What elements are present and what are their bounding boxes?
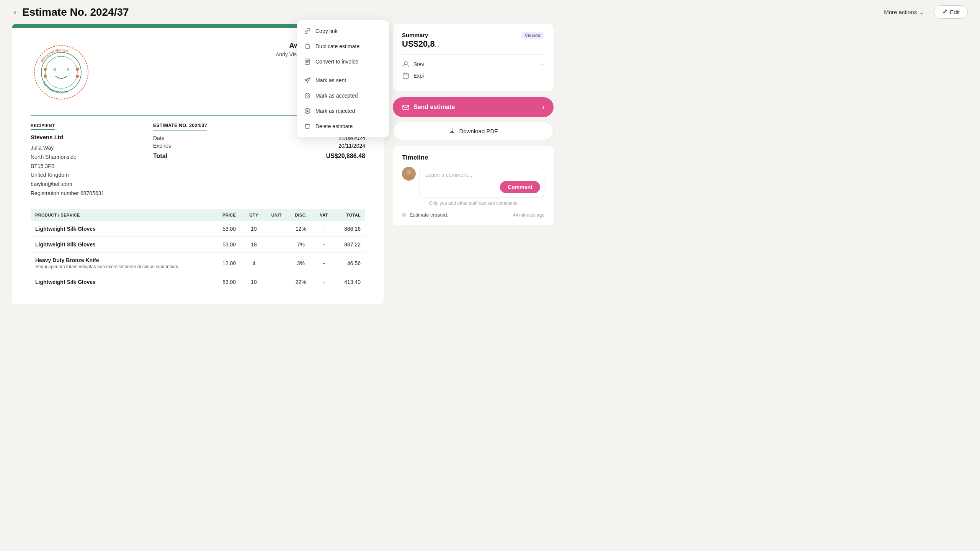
- comment-button[interactable]: Comment: [500, 181, 540, 193]
- cell-vat: -: [314, 221, 335, 237]
- svg-point-2: [45, 56, 77, 88]
- svg-point-7: [44, 75, 47, 78]
- svg-rect-13: [306, 45, 309, 49]
- cell-total: 46.56: [334, 252, 365, 274]
- calendar-icon: [402, 72, 410, 80]
- page-header: ‹ Estimate No. 2024/37 More actions ⌄ Ed…: [0, 0, 980, 24]
- cell-unit: [265, 236, 288, 252]
- col-qty: QTY: [243, 209, 265, 221]
- cell-price: 53.00: [216, 236, 243, 252]
- dropdown-item-duplicate-estimate[interactable]: Duplicate estimate: [297, 39, 389, 54]
- dropdown-item-label: Duplicate estimate: [315, 43, 359, 49]
- send-estimate-button[interactable]: Send estimate ›: [393, 97, 554, 117]
- dropdown-item-mark-as-accepted[interactable]: Mark as accepted: [297, 88, 389, 103]
- viewed-badge: Viewed: [521, 32, 544, 39]
- comment-note: Only you and other staff can see comment…: [402, 201, 544, 206]
- total-label: Total: [153, 153, 167, 160]
- table-row: Heavy Duty Bronze Knife Sequi aperiam to…: [31, 252, 365, 274]
- summary-amount: US$20,8...: [402, 39, 439, 49]
- person-label: Stev: [413, 61, 424, 67]
- cell-disc: 3%: [288, 252, 314, 274]
- cell-qty: 4: [243, 252, 265, 274]
- cell-unit: [265, 252, 288, 274]
- cell-disc: 12%: [288, 221, 314, 237]
- estimate-number-label: ESTIMATE NO. 2024/37: [153, 123, 207, 130]
- cell-price: 12.00: [216, 252, 243, 274]
- date-label: Date: [153, 135, 165, 141]
- table-row: Lightweight Silk Gloves 53.00 19 12% - 8…: [31, 221, 365, 237]
- more-actions-button[interactable]: More actions ⌄: [879, 6, 929, 19]
- timeline-entry-text: Estimate created.: [410, 212, 448, 218]
- dropdown-menu: Copy link Duplicate estimate Convert to …: [297, 20, 389, 137]
- duplicate-icon: [304, 43, 311, 50]
- cell-disc: 22%: [288, 274, 314, 290]
- download-icon: [449, 127, 456, 134]
- timeline-section: Timeline Leave a comment... Comment Only…: [393, 146, 554, 225]
- expires-value: 20/11/2024: [338, 143, 365, 149]
- estimate-fields: Date 21/09/2024 Expires 20/11/2024 Total…: [153, 135, 365, 160]
- svg-text:o: o: [53, 66, 56, 72]
- edit-label: Edit: [950, 9, 960, 15]
- cell-vat: -: [314, 274, 335, 290]
- dropdown-item-mark-as-rejected[interactable]: Mark as rejected: [297, 103, 389, 119]
- arrow-icon: →: [537, 60, 544, 68]
- svg-rect-17: [403, 105, 409, 109]
- col-total: TOTAL: [334, 209, 365, 221]
- svg-point-19: [407, 170, 411, 174]
- summary-person-row: Stev →: [402, 60, 544, 68]
- comment-area: Leave a comment... Comment: [402, 167, 544, 197]
- recipient-label: RECIPIENT: [31, 123, 55, 130]
- table-header: PRODUCT / SERVICE PRICE QTY UNIT DISC. V…: [31, 209, 365, 221]
- estimate-expires-row: Expires 20/11/2024: [153, 143, 365, 149]
- items-table: PRODUCT / SERVICE PRICE QTY UNIT DISC. V…: [31, 209, 365, 290]
- cell-unit: [265, 221, 288, 237]
- dropdown-item-copy-link[interactable]: Copy link: [297, 23, 389, 39]
- comment-box: Leave a comment... Comment: [420, 167, 544, 197]
- summary-card: Summary US$20,8... Viewed Stev → Expi: [393, 24, 554, 91]
- dropdown-item-delete-estimate[interactable]: Delete estimate: [297, 119, 389, 134]
- back-button[interactable]: ‹: [12, 7, 18, 18]
- col-product: PRODUCT / SERVICE: [31, 209, 216, 221]
- cell-product: Lightweight Silk Gloves: [31, 236, 216, 252]
- recipient-name: Stevens Ltd: [31, 134, 130, 140]
- address-line3: BT15 3FB: [31, 162, 130, 171]
- dropdown-item-label: Convert to invoice: [315, 59, 358, 65]
- chevron-down-icon: ⌄: [919, 9, 924, 16]
- recipient-details: Julia Way North Shannonside BT15 3FB Uni…: [31, 143, 130, 198]
- email: btaylor@bell.com: [31, 180, 130, 189]
- dropdown-item-mark-as-sent[interactable]: Mark as sent: [297, 73, 389, 88]
- dropdown-item-label: Mark as sent: [315, 77, 346, 83]
- col-vat: VAT: [314, 209, 335, 221]
- svg-text:x: x: [67, 66, 69, 72]
- svg-point-8: [76, 75, 79, 78]
- edit-button[interactable]: Edit: [934, 5, 968, 19]
- cell-vat: -: [314, 236, 335, 252]
- summary-divider: [402, 54, 544, 55]
- comment-placeholder: Leave a comment...: [425, 172, 539, 178]
- avatar: [402, 167, 416, 181]
- cell-total: 886.16: [334, 221, 365, 237]
- cell-qty: 19: [243, 221, 265, 237]
- right-panel: Summary US$20,8... Viewed Stev → Expi Co…: [393, 24, 554, 225]
- rejected-icon: [304, 108, 311, 114]
- svg-point-15: [305, 93, 310, 98]
- country: United Kingdom: [31, 171, 130, 180]
- dropdown-item-convert-to-invoice[interactable]: Convert to invoice: [297, 54, 389, 69]
- cell-total: 887.22: [334, 236, 365, 252]
- svg-point-5: [44, 68, 47, 71]
- expiry-label: Expi: [413, 73, 424, 79]
- address-line1: Julia Way: [31, 143, 130, 153]
- svg-rect-12: [403, 73, 408, 78]
- download-pdf-button[interactable]: Download PDF: [393, 122, 554, 140]
- total-value: US$20,886.48: [326, 153, 365, 160]
- delete-icon: [304, 123, 311, 130]
- timeline-title: Timeline: [402, 154, 544, 161]
- dropdown-item-label: Delete estimate: [315, 123, 353, 129]
- summary-title: Summary: [402, 32, 439, 38]
- envelope-icon: [402, 103, 410, 111]
- cell-price: 53.00: [216, 221, 243, 237]
- svg-point-6: [76, 68, 79, 71]
- link-icon: [304, 28, 311, 34]
- cell-disc: 7%: [288, 236, 314, 252]
- total-row: Total US$20,886.48: [153, 153, 365, 160]
